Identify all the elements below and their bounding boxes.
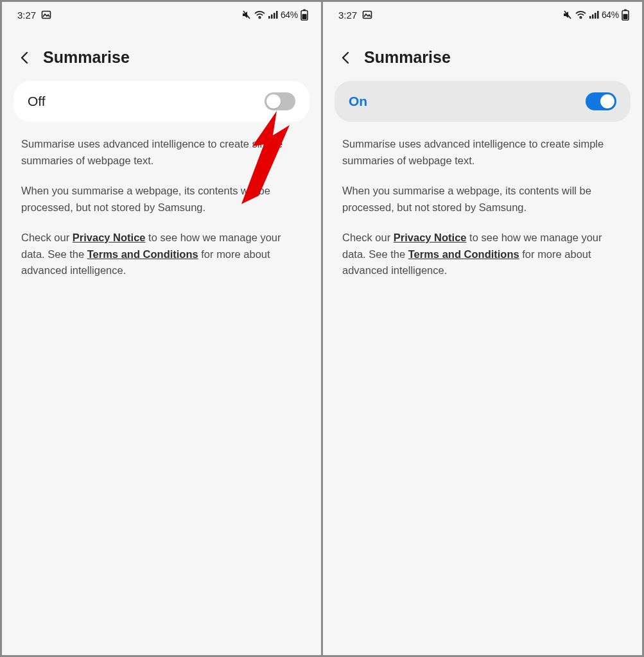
status-right: 64%	[562, 9, 629, 21]
svg-rect-2	[268, 16, 270, 19]
description-p1: Summarise uses advanced intelligence to …	[342, 136, 623, 169]
summarise-toggle-card[interactable]: Off	[13, 81, 309, 122]
summarise-switch[interactable]	[265, 92, 295, 110]
description-block: Summarise uses advanced intelligence to …	[323, 122, 642, 293]
status-right: 64%	[241, 9, 308, 21]
comparison-frame: 3:27 64% Summarise Off Summarise uses ad…	[0, 0, 644, 657]
status-time: 3:27	[17, 10, 36, 21]
description-p3: Check our Privacy Notice to see how we m…	[342, 230, 623, 279]
svg-rect-8	[302, 14, 307, 19]
status-bar: 3:27 64%	[323, 2, 642, 28]
privacy-notice-link[interactable]: Privacy Notice	[73, 232, 146, 243]
privacy-notice-link[interactable]: Privacy Notice	[394, 232, 467, 243]
toggle-state-label: On	[349, 94, 367, 109]
status-bar: 3:27 64%	[2, 2, 321, 28]
wifi-icon	[254, 10, 265, 19]
switch-knob	[266, 94, 281, 108]
svg-rect-17	[624, 10, 627, 11]
battery-text: 64%	[602, 10, 619, 20]
picture-icon	[41, 10, 51, 20]
status-left: 3:27	[17, 10, 51, 21]
status-time: 3:27	[338, 10, 357, 21]
svg-rect-18	[623, 14, 628, 19]
back-button[interactable]	[16, 49, 34, 67]
chevron-left-icon	[339, 51, 353, 65]
description-p2: When you summarise a webpage, its conten…	[342, 183, 623, 216]
svg-rect-3	[271, 15, 273, 19]
p3-pre: Check our	[21, 232, 73, 243]
toggle-state-label: Off	[28, 94, 46, 109]
svg-rect-12	[589, 16, 591, 19]
mute-icon	[562, 10, 573, 20]
signal-icon	[268, 10, 278, 19]
wifi-icon	[575, 10, 586, 19]
mute-icon	[241, 10, 252, 20]
summarise-switch[interactable]	[586, 92, 616, 110]
battery-icon	[622, 9, 629, 21]
battery-text: 64%	[281, 10, 298, 20]
battery-icon	[300, 9, 308, 21]
svg-rect-13	[592, 15, 594, 19]
page-header: Summarise	[2, 28, 321, 81]
svg-rect-7	[303, 10, 306, 11]
description-block: Summarise uses advanced intelligence to …	[2, 122, 321, 293]
terms-and-conditions-link[interactable]: Terms and Conditions	[87, 248, 198, 260]
svg-rect-14	[595, 13, 596, 19]
description-p1: Summarise uses advanced intelligence to …	[21, 136, 302, 169]
terms-and-conditions-link[interactable]: Terms and Conditions	[408, 248, 519, 260]
phone-screen-on-state: 3:27 64% Summarise On Summarise uses adv…	[323, 2, 642, 655]
picture-icon	[362, 10, 372, 20]
page-title: Summarise	[43, 48, 130, 67]
signal-icon	[589, 10, 599, 19]
p3-pre: Check our	[342, 232, 394, 243]
svg-rect-5	[276, 11, 278, 19]
description-p2: When you summarise a webpage, its conten…	[21, 183, 302, 216]
page-header: Summarise	[323, 28, 642, 81]
switch-knob	[600, 94, 614, 108]
status-left: 3:27	[338, 10, 372, 21]
chevron-left-icon	[18, 51, 32, 65]
svg-rect-4	[274, 13, 275, 19]
page-title: Summarise	[364, 48, 451, 67]
description-p3: Check our Privacy Notice to see how we m…	[21, 230, 302, 279]
back-button[interactable]	[337, 49, 355, 67]
phone-screen-off-state: 3:27 64% Summarise Off Summarise uses ad…	[2, 2, 321, 655]
svg-rect-15	[597, 11, 599, 19]
summarise-toggle-card[interactable]: On	[335, 81, 631, 122]
